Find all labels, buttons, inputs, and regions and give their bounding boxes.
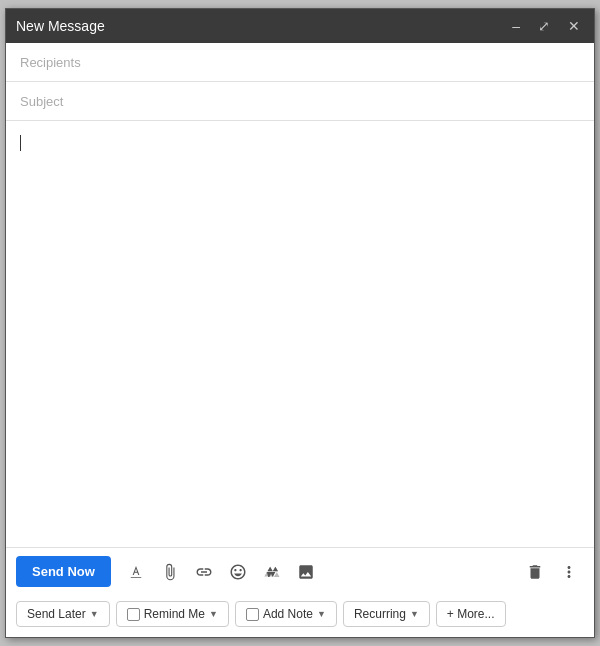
send-later-arrow: ▼ <box>90 609 99 619</box>
compose-window: New Message – ⤢ ✕ Send Now <box>5 8 595 638</box>
title-bar: New Message – ⤢ ✕ <box>6 9 594 43</box>
drive-button[interactable] <box>257 559 287 585</box>
message-area[interactable] <box>6 121 594 547</box>
text-cursor <box>20 135 21 151</box>
remind-me-arrow: ▼ <box>209 609 218 619</box>
add-note-button[interactable]: Add Note ▼ <box>235 601 337 627</box>
message-textarea[interactable] <box>20 133 580 535</box>
emoji-icon <box>229 563 247 581</box>
emoji-button[interactable] <box>223 559 253 585</box>
send-later-button[interactable]: Send Later ▼ <box>16 601 110 627</box>
remind-me-button[interactable]: Remind Me ▼ <box>116 601 229 627</box>
link-icon <box>195 563 213 581</box>
photo-icon <box>297 563 315 581</box>
remind-me-label: Remind Me <box>144 607 205 621</box>
add-note-checkbox[interactable] <box>246 608 259 621</box>
trash-icon <box>526 563 544 581</box>
more-options-button[interactable] <box>554 559 584 585</box>
attach-file-button[interactable] <box>155 559 185 585</box>
recurring-label: Recurring <box>354 607 406 621</box>
subject-row <box>6 82 594 121</box>
maximize-button[interactable]: ⤢ <box>534 17 554 35</box>
close-button[interactable]: ✕ <box>564 17 584 35</box>
recurring-arrow: ▼ <box>410 609 419 619</box>
add-note-arrow: ▼ <box>317 609 326 619</box>
recipients-input[interactable] <box>20 55 580 70</box>
send-later-label: Send Later <box>27 607 86 621</box>
insert-link-button[interactable] <box>189 559 219 585</box>
title-bar-controls: – ⤢ ✕ <box>508 17 584 35</box>
toolbar-main: Send Now <box>6 548 594 595</box>
add-note-label: Add Note <box>263 607 313 621</box>
more-label: + More... <box>447 607 495 621</box>
drive-icon <box>263 563 281 581</box>
subject-input[interactable] <box>20 94 580 109</box>
format-text-button[interactable] <box>121 559 151 585</box>
insert-photo-button[interactable] <box>291 559 321 585</box>
recurring-button[interactable]: Recurring ▼ <box>343 601 430 627</box>
toolbar-bottom: Send Later ▼ Remind Me ▼ Add Note ▼ Recu… <box>6 595 594 637</box>
recipients-row <box>6 43 594 82</box>
delete-button[interactable] <box>520 559 550 585</box>
compose-body <box>6 43 594 547</box>
send-now-button[interactable]: Send Now <box>16 556 111 587</box>
remind-me-checkbox[interactable] <box>127 608 140 621</box>
window-title: New Message <box>16 18 105 34</box>
toolbar-right <box>520 559 584 585</box>
toolbar-area: Send Now <box>6 547 594 637</box>
minimize-button[interactable]: – <box>508 17 524 35</box>
more-vert-icon <box>560 563 578 581</box>
paperclip-icon <box>161 563 179 581</box>
format-text-icon <box>127 563 145 581</box>
more-button[interactable]: + More... <box>436 601 506 627</box>
